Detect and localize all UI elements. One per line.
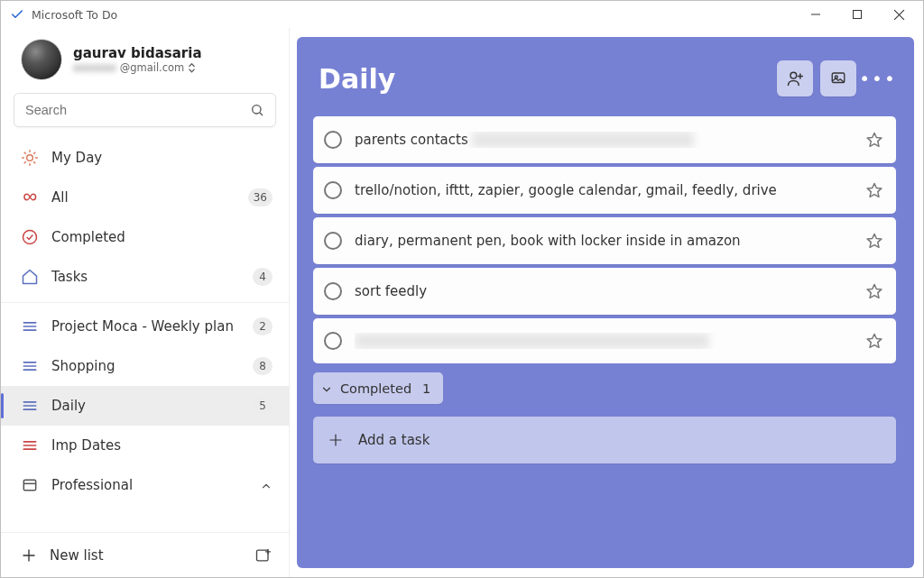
avatar <box>21 39 62 80</box>
svg-marker-44 <box>867 335 882 348</box>
task-checkbox[interactable] <box>324 232 342 250</box>
add-task-row[interactable]: Add a task <box>313 417 896 463</box>
task-row[interactable]: xxxxxxxx xxxxxx xxxxxxx xxxxx xxxx xxx x… <box>313 318 896 363</box>
svg-line-14 <box>34 152 35 153</box>
star-icon[interactable] <box>865 282 883 300</box>
sun-icon <box>21 149 39 167</box>
sidebar-item-professional[interactable]: Professional <box>1 465 289 505</box>
search-icon <box>250 103 264 117</box>
main-area: gaurav bidasaria xxxxxxx@gmail.com <box>1 28 923 577</box>
task-title: sort feedly <box>355 283 853 299</box>
task-row[interactable]: sort feedly <box>313 268 896 315</box>
task-title: diary, permanent pen, book with locker i… <box>355 233 853 249</box>
task-checkbox[interactable] <box>324 131 342 149</box>
more-options-button[interactable]: ••• <box>860 60 896 96</box>
profile-email: xxxxxxx@gmail.com <box>73 61 202 74</box>
infinity-icon <box>21 188 39 206</box>
sidebar-item-label: My Day <box>51 150 273 166</box>
list-pane: Daily ••• parents contacts xxxxxxx xxxxx… <box>297 37 914 568</box>
sidebar-item-label: Project Moca - Weekly plan <box>51 318 240 335</box>
completed-toggle[interactable]: Completed 1 <box>313 372 443 404</box>
profile-section[interactable]: gaurav bidasaria xxxxxxx@gmail.com <box>1 28 289 87</box>
plus-icon <box>328 432 344 448</box>
check-circle-icon <box>21 228 39 246</box>
plus-icon <box>21 547 37 564</box>
svg-point-6 <box>27 155 33 161</box>
sidebar-item-label: All <box>51 189 236 206</box>
task-row[interactable]: diary, permanent pen, book with locker i… <box>313 217 896 264</box>
app-icon <box>10 7 24 22</box>
theme-button[interactable] <box>820 60 856 96</box>
list-icon <box>21 317 39 335</box>
list-icon <box>21 357 39 375</box>
svg-marker-43 <box>867 285 882 298</box>
chevron-down-icon <box>320 382 333 395</box>
chevron-up-icon <box>260 479 273 491</box>
completed-count: 1 <box>422 381 430 396</box>
task-row[interactable]: trello/notion, ifttt, zapier, google cal… <box>313 167 896 214</box>
sidebar-item-daily[interactable]: Daily 5 <box>1 386 289 426</box>
new-group-icon[interactable] <box>254 546 273 564</box>
completed-label: Completed <box>340 381 411 396</box>
sidebar-item-tasks[interactable]: Tasks 4 <box>1 257 289 297</box>
svg-point-4 <box>253 106 261 114</box>
sidebar-item-shopping[interactable]: Shopping 8 <box>1 346 289 386</box>
count-badge: 4 <box>253 268 273 286</box>
ellipsis-icon: ••• <box>859 68 896 89</box>
task-checkbox[interactable] <box>324 282 342 300</box>
list-icon <box>21 397 39 415</box>
svg-marker-41 <box>867 184 882 197</box>
svg-line-13 <box>24 162 25 163</box>
list-title: Daily <box>319 63 395 95</box>
svg-marker-42 <box>867 234 882 248</box>
sidebar-item-label: Professional <box>51 477 247 493</box>
task-checkbox[interactable] <box>324 332 342 350</box>
svg-line-12 <box>34 162 35 163</box>
count-badge: 8 <box>253 357 273 375</box>
sidebar-item-project-moca[interactable]: Project Moca - Weekly plan 2 <box>1 307 289 346</box>
task-row[interactable]: parents contacts xxxxxxx xxxxxxx xxxxxx … <box>313 116 896 163</box>
window-titlebar: Microsoft To Do <box>1 1 923 28</box>
list-header: Daily ••• <box>313 60 896 96</box>
sidebar-item-label: Daily <box>51 398 240 414</box>
star-icon[interactable] <box>865 131 883 149</box>
sidebar-item-my-day[interactable]: My Day <box>1 138 289 178</box>
window-maximize-button[interactable] <box>836 1 878 28</box>
add-task-label: Add a task <box>358 432 430 448</box>
app-title: Microsoft To Do <box>32 8 117 22</box>
search-box[interactable] <box>14 93 276 127</box>
profile-name: gaurav bidasaria <box>73 45 202 61</box>
count-badge: 5 <box>253 397 273 415</box>
sidebar: gaurav bidasaria xxxxxxx@gmail.com <box>1 28 290 577</box>
svg-line-11 <box>24 152 25 153</box>
sidebar-item-label: Tasks <box>51 269 240 285</box>
window-minimize-button[interactable] <box>795 1 836 28</box>
task-title: trello/notion, ifttt, zapier, google cal… <box>355 182 853 198</box>
star-icon[interactable] <box>865 232 883 250</box>
content-area: Daily ••• parents contacts xxxxxxx xxxxx… <box>290 28 923 577</box>
svg-line-5 <box>260 113 263 115</box>
task-checkbox[interactable] <box>324 181 342 199</box>
user-lists: Project Moca - Weekly plan 2 Shopping 8 … <box>1 303 289 532</box>
count-badge: 36 <box>248 188 273 206</box>
svg-rect-28 <box>23 480 35 491</box>
share-button[interactable] <box>777 60 813 96</box>
sidebar-item-label: Completed <box>51 229 273 245</box>
sidebar-item-completed[interactable]: Completed <box>1 217 289 257</box>
home-icon <box>21 268 39 286</box>
count-badge: 2 <box>253 317 273 335</box>
star-icon[interactable] <box>865 181 883 199</box>
task-title: parents contacts xxxxxxx xxxxxxx xxxxxx … <box>355 132 853 148</box>
sidebar-item-imp-dates[interactable]: Imp Dates <box>1 426 289 465</box>
window-close-button[interactable] <box>878 1 919 28</box>
svg-point-35 <box>790 72 797 78</box>
svg-point-15 <box>23 231 37 244</box>
new-list-row[interactable]: New list <box>1 532 289 577</box>
sidebar-item-label: Imp Dates <box>51 437 273 454</box>
task-title: xxxxxxxx xxxxxx xxxxxxx xxxxx xxxx xxx x… <box>355 333 853 349</box>
search-input[interactable] <box>25 103 250 117</box>
sidebar-item-all[interactable]: All 36 <box>1 178 289 217</box>
new-list-label: New list <box>50 547 242 564</box>
star-icon[interactable] <box>865 332 883 350</box>
group-icon <box>21 476 39 494</box>
